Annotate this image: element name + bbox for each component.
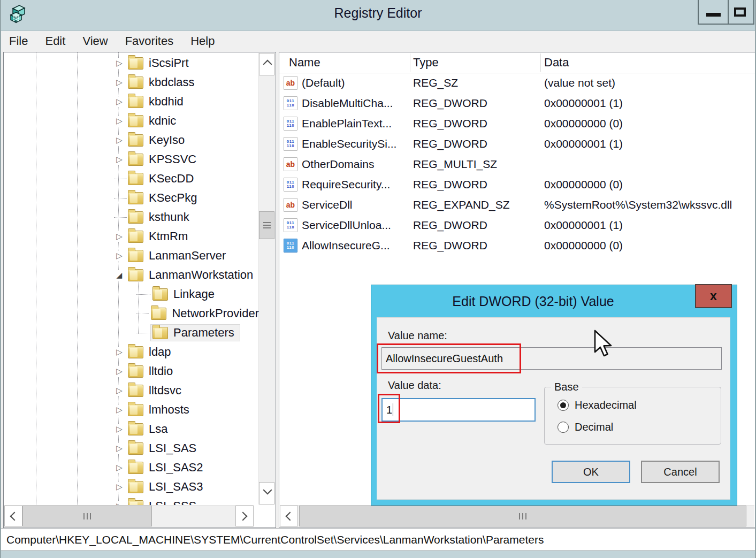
list-horizontal-scrollbar[interactable] xyxy=(280,505,754,527)
tree-horizontal-scrollbar[interactable] xyxy=(4,505,254,527)
radio-selected-icon[interactable] xyxy=(558,400,569,411)
menu-file[interactable]: File xyxy=(9,34,28,48)
minimize-button[interactable] xyxy=(698,0,729,25)
column-header-data[interactable]: Data xyxy=(544,52,569,73)
expander-collapsed-icon[interactable]: ▷ xyxy=(114,424,125,434)
radio-hexadecimal[interactable]: Hexadecimal xyxy=(558,399,637,411)
value-row[interactable]: 011110 EnableSecuritySi...REG_DWORD0x000… xyxy=(279,134,755,154)
tree-item[interactable]: ◢LanmanWorkstation xyxy=(4,265,259,285)
column-divider[interactable] xyxy=(540,53,541,72)
tree-connector xyxy=(114,198,127,198)
ok-button[interactable]: OK xyxy=(552,461,630,483)
cancel-button[interactable]: Cancel xyxy=(641,461,720,483)
maximize-button[interactable] xyxy=(729,0,754,25)
scrollbar-thumb[interactable] xyxy=(22,506,152,526)
expander-collapsed-icon[interactable]: ▷ xyxy=(114,462,125,473)
tree-item[interactable]: ▷kbdclass xyxy=(4,73,259,92)
column-header-type[interactable]: Type xyxy=(413,52,439,73)
tree-item[interactable]: KSecPkg xyxy=(4,188,259,208)
value-row[interactable]: ab ServiceDllREG_EXPAND_SZ%SystemRoot%\S… xyxy=(279,195,755,215)
tree-item[interactable]: ▷KPSSVC xyxy=(4,150,259,169)
expander-collapsed-icon[interactable]: ▷ xyxy=(114,443,125,454)
tree-item[interactable]: ▷kdnic xyxy=(4,111,259,131)
chevron-down-icon xyxy=(263,486,272,495)
value-row[interactable]: ab OtherDomainsREG_MULTI_SZ xyxy=(279,154,755,174)
tree-item[interactable]: ▷lltdsvc xyxy=(4,381,259,400)
menu-view[interactable]: View xyxy=(82,34,108,48)
folder-icon xyxy=(128,77,143,89)
expander-expanded-icon[interactable]: ◢ xyxy=(114,270,125,280)
value-data-input[interactable]: 1 xyxy=(381,398,536,422)
expander-collapsed-icon[interactable]: ▷ xyxy=(114,481,125,492)
annotation-value-data-highlight xyxy=(378,394,400,423)
tree-item[interactable]: Linkage xyxy=(4,285,259,304)
tree-item[interactable]: NetworkProvider xyxy=(4,304,259,323)
registry-editor-window: Registry Editor File Edit View Favorites… xyxy=(0,0,756,558)
expander-collapsed-icon[interactable]: ▷ xyxy=(114,385,125,396)
tree-item[interactable]: ▷kbdhid xyxy=(4,92,259,111)
tree-item[interactable]: ▷ldap xyxy=(4,342,259,362)
expander-collapsed-icon[interactable]: ▷ xyxy=(114,96,125,107)
dword-value-icon-selected: 011110 xyxy=(284,239,297,253)
expander-collapsed-icon[interactable]: ▷ xyxy=(114,366,125,377)
scroll-down-button[interactable] xyxy=(259,482,274,505)
chevron-left-icon xyxy=(286,512,295,521)
column-header-name[interactable]: Name xyxy=(289,52,320,73)
folder-icon xyxy=(128,57,143,70)
menu-favorites[interactable]: Favorites xyxy=(125,34,173,48)
value-data-label: Value data: xyxy=(388,379,441,392)
expander-collapsed-icon[interactable]: ▷ xyxy=(114,135,125,146)
tree-item[interactable]: KSecDD xyxy=(4,169,259,188)
tree-item[interactable]: ▷KeyIso xyxy=(4,131,259,150)
tree-item[interactable]: ▷LSI_SAS xyxy=(4,439,259,458)
list-header: Name Type Data xyxy=(279,52,755,73)
tree-vertical-scrollbar[interactable] xyxy=(258,53,275,505)
value-row-selected[interactable]: 011110 AllowInsecureG...REG_DWORD0x00000… xyxy=(279,235,755,256)
menu-help[interactable]: Help xyxy=(190,34,215,48)
expander-collapsed-icon[interactable]: ▷ xyxy=(114,501,125,505)
radio-unselected-icon[interactable] xyxy=(558,422,569,433)
tree-item[interactable]: ▷LanmanServer xyxy=(4,246,259,265)
expander-collapsed-icon[interactable]: ▷ xyxy=(114,154,125,165)
tree-item[interactable]: ▷LSI_SAS3 xyxy=(4,477,259,496)
tree-item[interactable]: ▷Lsa xyxy=(4,419,259,439)
string-value-icon: ab xyxy=(284,198,297,212)
scroll-left-button[interactable] xyxy=(4,506,22,526)
mouse-cursor xyxy=(593,330,613,358)
tree-item-selected[interactable]: Parameters xyxy=(4,323,259,342)
expander-collapsed-icon[interactable]: ▷ xyxy=(114,231,125,242)
expander-collapsed-icon[interactable]: ▷ xyxy=(114,404,125,415)
dialog-close-button[interactable]: x xyxy=(695,284,732,308)
menu-edit[interactable]: Edit xyxy=(45,34,65,48)
tree-item[interactable]: ▷LSI_SAS2 xyxy=(4,458,259,477)
value-row[interactable]: 011110 EnablePlainText...REG_DWORD0x0000… xyxy=(279,113,755,134)
folder-icon xyxy=(128,365,143,378)
tree-item[interactable]: ▷iScsiPrt xyxy=(4,53,259,73)
tree-item[interactable]: ksthunk xyxy=(4,208,259,227)
scrollbar-thumb[interactable] xyxy=(259,211,274,239)
tree-item[interactable]: ▷lltdio xyxy=(4,362,259,381)
scroll-up-button[interactable] xyxy=(259,53,274,75)
window-title: Registry Editor xyxy=(1,5,755,21)
expander-collapsed-icon[interactable]: ▷ xyxy=(114,116,125,126)
expander-collapsed-icon[interactable]: ▷ xyxy=(114,250,125,261)
scroll-right-button[interactable] xyxy=(235,506,254,526)
scrollbar-thumb[interactable] xyxy=(299,506,746,526)
folder-icon xyxy=(128,269,143,281)
value-row[interactable]: 011110 DisableMultiCha...REG_DWORD0x0000… xyxy=(279,93,755,113)
folder-icon xyxy=(128,231,143,243)
dialog-title: Edit DWORD (32-bit) Value xyxy=(371,285,695,317)
radio-decimal[interactable]: Decimal xyxy=(558,421,613,433)
value-row[interactable]: 011110 ServiceDllUnloa...REG_DWORD0x0000… xyxy=(279,215,755,235)
scroll-left-button[interactable] xyxy=(280,506,298,526)
tree-view: ▷iScsiPrt ▷kbdclass ▷kbdhid ▷kdnic ▷KeyI… xyxy=(4,52,259,505)
tree-item[interactable]: ▷lmhosts xyxy=(4,400,259,419)
value-row[interactable]: ab (Default)REG_SZ(value not set) xyxy=(279,73,755,93)
expander-collapsed-icon[interactable]: ▷ xyxy=(114,77,125,88)
tree-item[interactable]: ▷KtmRm xyxy=(4,227,259,246)
expander-collapsed-icon[interactable]: ▷ xyxy=(114,347,125,357)
value-row[interactable]: 011110 RequireSecurity...REG_DWORD0x0000… xyxy=(279,174,755,195)
column-divider[interactable] xyxy=(410,53,410,72)
expander-collapsed-icon[interactable]: ▷ xyxy=(114,58,125,68)
tree-item[interactable]: ▷LSI_SSS xyxy=(4,496,259,505)
